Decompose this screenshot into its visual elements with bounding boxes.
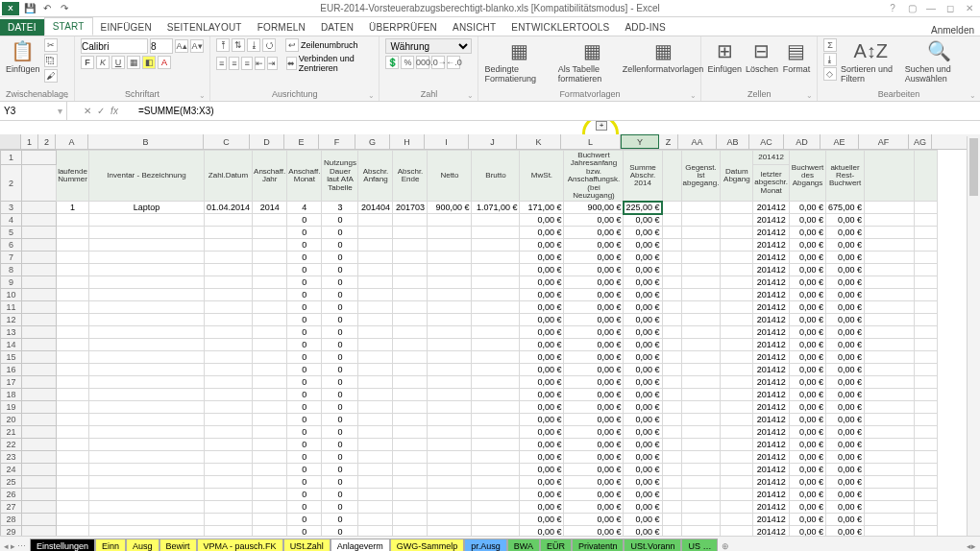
cell[interactable] — [865, 514, 915, 526]
cell[interactable] — [915, 202, 938, 214]
cell[interactable]: 0 — [322, 301, 358, 314]
cell[interactable] — [681, 489, 721, 501]
cell[interactable]: 201412 — [753, 264, 790, 276]
sheet-nav-next-icon[interactable]: ▸ — [11, 541, 15, 551]
cell[interactable]: 0,00 € — [624, 376, 662, 389]
cell[interactable]: 0,00 € — [520, 464, 564, 476]
cell[interactable] — [253, 514, 287, 526]
cell[interactable] — [681, 401, 721, 414]
cell[interactable] — [205, 326, 253, 339]
cell[interactable]: 0,00 € — [790, 376, 826, 389]
cell[interactable]: 171,00 € — [520, 202, 564, 214]
cell[interactable] — [472, 426, 520, 439]
cell[interactable] — [915, 276, 938, 289]
cell[interactable] — [393, 364, 428, 376]
cell[interactable]: 0,00 € — [564, 476, 624, 489]
cell[interactable] — [253, 351, 287, 364]
cell[interactable] — [358, 414, 393, 426]
cell[interactable] — [915, 252, 938, 264]
cell[interactable]: 0,00 € — [564, 326, 624, 339]
cell[interactable] — [721, 414, 753, 426]
row-header[interactable]: 8 — [1, 264, 22, 276]
cell[interactable]: 201412 — [753, 414, 790, 426]
cell[interactable] — [721, 364, 753, 376]
cell[interactable] — [253, 476, 287, 489]
cell[interactable]: 0,00 € — [520, 214, 564, 227]
cell[interactable]: 201412 — [753, 301, 790, 314]
sheet-nav-prev-icon[interactable]: ◂ — [4, 541, 9, 551]
cell[interactable] — [721, 314, 753, 326]
row-header[interactable]: 27 — [1, 501, 22, 514]
cell[interactable]: 0,00 € — [790, 414, 826, 426]
cell[interactable] — [865, 426, 915, 439]
cell[interactable]: 201412 — [753, 339, 790, 351]
align-left-icon[interactable]: ≡ — [216, 57, 227, 70]
cell[interactable] — [662, 314, 681, 326]
cell[interactable] — [205, 439, 253, 451]
cell[interactable] — [721, 401, 753, 414]
row-header[interactable]: 19 — [1, 401, 22, 414]
cell[interactable] — [57, 401, 89, 414]
cell[interactable]: 0,00 € — [520, 351, 564, 364]
select-all-button[interactable] — [0, 134, 21, 149]
cell[interactable] — [662, 401, 681, 414]
cell[interactable] — [865, 401, 915, 414]
cell[interactable]: 0,00 € — [624, 351, 662, 364]
cell[interactable]: 0,00 € — [826, 289, 865, 301]
cell[interactable] — [428, 214, 472, 227]
cell[interactable]: 0 — [322, 451, 358, 464]
cell[interactable] — [205, 514, 253, 526]
cell[interactable] — [393, 489, 428, 501]
cell[interactable] — [428, 439, 472, 451]
cell[interactable] — [681, 451, 721, 464]
format-painter-icon[interactable]: 🖌 — [44, 69, 58, 83]
cell[interactable]: 675,00 € — [826, 202, 865, 214]
cell[interactable] — [472, 289, 520, 301]
cell[interactable] — [662, 276, 681, 289]
cell[interactable] — [57, 289, 89, 301]
row-header[interactable]: 24 — [1, 464, 22, 476]
cell[interactable] — [89, 301, 205, 314]
cell[interactable]: 0 — [287, 264, 322, 276]
cell[interactable] — [662, 339, 681, 351]
cell[interactable] — [205, 526, 253, 536]
cell[interactable] — [89, 289, 205, 301]
cell[interactable]: 0,00 € — [790, 326, 826, 339]
cell[interactable]: 0,00 € — [564, 376, 624, 389]
cell[interactable] — [253, 289, 287, 301]
cell[interactable]: 0 — [322, 514, 358, 526]
row-header[interactable]: 28 — [1, 514, 22, 526]
cell[interactable]: 0,00 € — [826, 489, 865, 501]
cell[interactable] — [681, 239, 721, 252]
ribbon-tab-überprüfen[interactable]: ÜBERPRÜFEN — [361, 19, 445, 36]
cell[interactable]: 0,00 € — [624, 464, 662, 476]
cell[interactable]: 0 — [287, 289, 322, 301]
col-header-AD[interactable]: AD — [784, 134, 821, 149]
cell[interactable] — [57, 314, 89, 326]
cell[interactable] — [205, 389, 253, 401]
cell[interactable]: 0,00 € — [826, 376, 865, 389]
cell[interactable] — [205, 264, 253, 276]
row-header[interactable]: 20 — [1, 414, 22, 426]
ribbon-tab-datei[interactable]: DATEI — [0, 19, 44, 36]
cell[interactable]: 0,00 € — [624, 489, 662, 501]
cell[interactable]: 0,00 € — [624, 476, 662, 489]
cell[interactable]: 0,00 € — [564, 514, 624, 526]
cell[interactable]: 0,00 € — [826, 252, 865, 264]
scrollbar-thumb[interactable] — [969, 138, 978, 196]
cell[interactable] — [358, 351, 393, 364]
col-header-J[interactable]: J — [469, 134, 517, 149]
cell[interactable] — [865, 326, 915, 339]
cell[interactable] — [358, 252, 393, 264]
cell[interactable]: 0 — [322, 252, 358, 264]
cell[interactable]: 0,00 € — [826, 264, 865, 276]
row-header[interactable]: 12 — [1, 314, 22, 326]
cell[interactable] — [662, 489, 681, 501]
col-header-E[interactable]: E — [284, 134, 319, 149]
cell[interactable] — [428, 426, 472, 439]
indent-inc-icon[interactable]: ⇥ — [267, 57, 278, 70]
cell[interactable] — [358, 439, 393, 451]
cell[interactable]: 0,00 € — [520, 414, 564, 426]
column-group-expand-button[interactable]: + — [596, 121, 607, 131]
cell[interactable] — [89, 464, 205, 476]
